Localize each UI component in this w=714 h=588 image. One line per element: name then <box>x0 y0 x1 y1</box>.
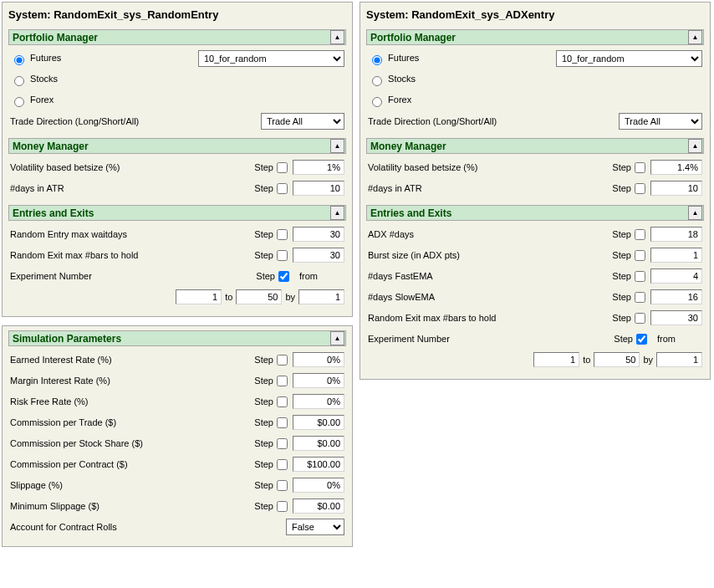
earned-value-input[interactable] <box>293 352 344 367</box>
random-entry-label: Random Entry max waitdays <box>10 229 250 239</box>
volatility-step-checkbox[interactable] <box>277 162 288 173</box>
money-header-label: Money Manager <box>367 141 688 152</box>
futures-radio[interactable] <box>372 55 382 65</box>
experiment-to-input[interactable] <box>236 289 282 304</box>
entries-header: Entries and Exits ▲ <box>8 205 346 221</box>
collapse-button[interactable]: ▲ <box>688 139 702 153</box>
burst-step-checkbox[interactable] <box>635 250 645 261</box>
random-entry-step-checkbox[interactable] <box>277 229 288 240</box>
margin-value-input[interactable] <box>293 373 344 388</box>
slippage-step-checkbox[interactable] <box>277 480 288 491</box>
min-slippage-step-checkbox[interactable] <box>277 501 288 512</box>
forex-radio[interactable] <box>372 97 382 107</box>
stocks-radio-row: Stocks <box>10 74 344 86</box>
step-label: Step <box>250 376 277 386</box>
entries-header: Entries and Exits ▲ <box>366 205 704 221</box>
volatility-value-input[interactable] <box>293 160 344 175</box>
to-label: to <box>579 355 594 365</box>
margin-step-checkbox[interactable] <box>277 376 288 386</box>
collapse-button[interactable]: ▲ <box>330 206 344 220</box>
trade-direction-select[interactable]: Trade All <box>619 113 702 130</box>
random-exit-value-input[interactable] <box>650 310 702 325</box>
simulation-header-label: Simulation Parameters <box>9 333 330 345</box>
commission-trade-step-checkbox[interactable] <box>277 417 288 428</box>
trade-direction-select[interactable]: Trade All <box>261 113 344 130</box>
random-exit-step-checkbox[interactable] <box>277 250 288 261</box>
stocks-radio[interactable] <box>372 76 382 86</box>
simulation-body: Earned Interest Rate (%) Step Margin Int… <box>8 346 346 540</box>
collapse-button[interactable]: ▲ <box>330 30 344 44</box>
experiment-step-checkbox[interactable] <box>636 334 647 345</box>
step-label: Step <box>250 162 277 172</box>
portfolio-header: Portfolio Manager ▲ <box>8 29 346 45</box>
commission-contract-label: Commission per Contract ($) <box>10 459 250 469</box>
experiment-to-input[interactable] <box>594 352 640 367</box>
random-entry-value-input[interactable] <box>293 227 344 242</box>
portfolio-select[interactable]: 10_for_random <box>556 50 702 67</box>
slowema-step-checkbox[interactable] <box>635 292 645 303</box>
chevron-up-icon: ▲ <box>334 142 341 150</box>
trade-direction-label: Trade Direction (Long/Short/All) <box>10 116 261 126</box>
adx-value-input[interactable] <box>650 227 702 242</box>
experiment-by-input[interactable] <box>656 352 702 367</box>
stocks-radio[interactable] <box>14 76 24 86</box>
collapse-button[interactable]: ▲ <box>330 331 344 345</box>
commission-stock-step-checkbox[interactable] <box>277 438 288 449</box>
slippage-value-input[interactable] <box>293 478 344 493</box>
fastema-value-input[interactable] <box>650 268 702 284</box>
slowema-value-input[interactable] <box>650 289 702 304</box>
portfolio-header-label: Portfolio Manager <box>9 32 330 43</box>
experiment-from-input[interactable] <box>533 352 579 367</box>
chevron-up-icon: ▲ <box>692 33 699 41</box>
portfolio-select[interactable]: 10_for_random <box>198 50 344 67</box>
commission-contract-value-input[interactable] <box>293 457 344 472</box>
commission-trade-value-input[interactable] <box>293 415 344 430</box>
futures-radio-row: Futures <box>368 53 556 65</box>
earned-step-checkbox[interactable] <box>277 355 288 366</box>
collapse-button[interactable]: ▲ <box>330 139 344 153</box>
min-slippage-value-input[interactable] <box>293 499 344 514</box>
futures-radio[interactable] <box>14 55 24 65</box>
atr-value-input[interactable] <box>293 181 344 196</box>
step-label: Step <box>608 271 635 281</box>
commission-stock-value-input[interactable] <box>293 436 344 451</box>
forex-radio[interactable] <box>14 97 24 107</box>
adx-step-checkbox[interactable] <box>635 229 645 240</box>
step-label: Step <box>252 271 278 281</box>
commission-trade-label: Commission per Trade ($) <box>10 417 250 427</box>
portfolio-header: Portfolio Manager ▲ <box>366 29 704 45</box>
volatility-label: Volatility based betsize (%) <box>10 162 250 172</box>
atr-value-input[interactable] <box>650 181 702 196</box>
entries-header-label: Entries and Exits <box>9 207 330 219</box>
experiment-from-input[interactable] <box>176 289 222 304</box>
experiment-step-checkbox[interactable] <box>278 271 289 282</box>
volatility-value-input[interactable] <box>650 160 702 175</box>
contract-rolls-select[interactable]: False <box>286 519 344 535</box>
random-exit-value-input[interactable] <box>293 248 344 263</box>
volatility-step-checkbox[interactable] <box>635 162 645 173</box>
money-header-label: Money Manager <box>9 141 330 152</box>
money-header: Money Manager ▲ <box>366 138 704 154</box>
riskfree-value-input[interactable] <box>293 394 344 409</box>
burst-value-input[interactable] <box>650 248 702 263</box>
random-exit-step-checkbox[interactable] <box>635 313 645 324</box>
commission-stock-label: Commission per Stock Share ($) <box>10 438 250 448</box>
atr-step-checkbox[interactable] <box>635 183 645 194</box>
experiment-by-input[interactable] <box>298 289 344 304</box>
entries-body: Random Entry max waitdays Step Random Ex… <box>8 221 346 310</box>
system-adx-entry-panel: System: RandomExit_sys_ADXentry Portfoli… <box>360 2 711 380</box>
riskfree-step-checkbox[interactable] <box>277 396 288 407</box>
panel-a-title: System: RandomExit_sys_RandomEntry <box>8 7 346 26</box>
stocks-radio-row: Stocks <box>368 74 702 86</box>
collapse-button[interactable]: ▲ <box>688 30 702 44</box>
fastema-step-checkbox[interactable] <box>635 271 645 282</box>
random-exit-label: Random Exit max #bars to hold <box>368 313 608 323</box>
step-label: Step <box>250 480 277 490</box>
commission-contract-step-checkbox[interactable] <box>277 459 288 470</box>
step-label: Step <box>609 334 636 344</box>
atr-step-checkbox[interactable] <box>277 183 288 194</box>
portfolio-body: Futures 10_for_random Stocks Forex <box>366 45 704 135</box>
collapse-button[interactable]: ▲ <box>688 206 702 220</box>
contract-rolls-label: Account for Contract Rolls <box>10 522 286 532</box>
step-label: Step <box>608 292 635 302</box>
